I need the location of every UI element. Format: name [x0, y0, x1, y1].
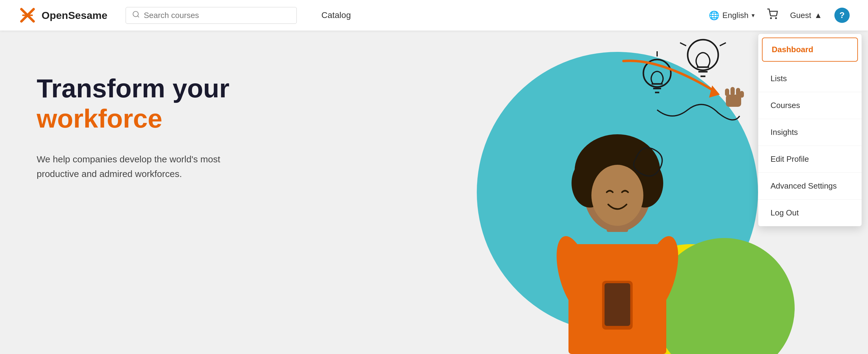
svg-line-1	[137, 16, 139, 17]
nav-catalog[interactable]: Catalog	[321, 10, 351, 20]
opensesame-logo-icon	[18, 6, 37, 25]
svg-rect-15	[604, 283, 630, 326]
user-label: Guest	[790, 11, 811, 20]
dropdown-item-courses[interactable]: Courses	[758, 92, 862, 119]
logo-area: OpenSesame	[18, 6, 107, 25]
svg-point-2	[771, 18, 771, 19]
user-chevron-icon: ▲	[814, 11, 822, 20]
user-menu-button[interactable]: Guest ▲	[790, 11, 822, 20]
logo-text: OpenSesame	[41, 9, 107, 21]
dropdown-item-advanced-settings[interactable]: Advanced Settings	[758, 173, 862, 200]
language-chevron-icon: ▾	[751, 11, 754, 19]
dropdown-item-logout[interactable]: Log Out	[758, 200, 862, 226]
svg-rect-25	[736, 88, 740, 96]
svg-line-18	[720, 43, 726, 46]
language-label: English	[722, 11, 748, 20]
search-icon	[132, 10, 140, 21]
help-button[interactable]: ?	[834, 8, 850, 23]
hero-image-area	[465, 31, 770, 354]
svg-point-20	[643, 60, 671, 87]
hero-subtitle: We help companies develop the world's mo…	[37, 152, 238, 181]
dropdown-menu: Dashboard Lists Courses Insights Edit Pr…	[758, 34, 862, 226]
header-right: 🌐 English ▾ Guest ▲ ?	[709, 8, 850, 23]
hero-title-line1: Transform your	[37, 73, 263, 103]
svg-rect-22	[726, 95, 741, 107]
main-content: Transform your workforce We help compani…	[0, 31, 868, 354]
dropdown-item-insights[interactable]: Insights	[758, 119, 862, 146]
svg-point-16	[688, 40, 718, 70]
svg-rect-24	[731, 87, 735, 96]
svg-line-19	[680, 43, 686, 46]
svg-point-0	[133, 11, 138, 16]
svg-point-3	[775, 18, 776, 19]
search-box[interactable]	[126, 7, 297, 24]
cart-icon[interactable]	[767, 8, 778, 22]
globe-icon: 🌐	[709, 10, 719, 21]
hero-title-line2: workforce	[37, 103, 263, 134]
language-selector[interactable]: 🌐 English ▾	[709, 10, 754, 21]
search-input[interactable]	[144, 11, 290, 20]
dropdown-item-lists[interactable]: Lists	[758, 65, 862, 92]
dropdown-item-dashboard[interactable]: Dashboard	[762, 38, 858, 62]
svg-rect-26	[740, 91, 744, 98]
lightbulb-doodles	[611, 37, 764, 189]
help-icon: ?	[839, 10, 844, 20]
hero-text: Transform your workforce We help compani…	[0, 31, 263, 354]
svg-rect-23	[725, 88, 729, 96]
header: OpenSesame Catalog 🌐 English ▾ Guest ▲	[0, 0, 868, 31]
dropdown-item-edit-profile[interactable]: Edit Profile	[758, 146, 862, 173]
